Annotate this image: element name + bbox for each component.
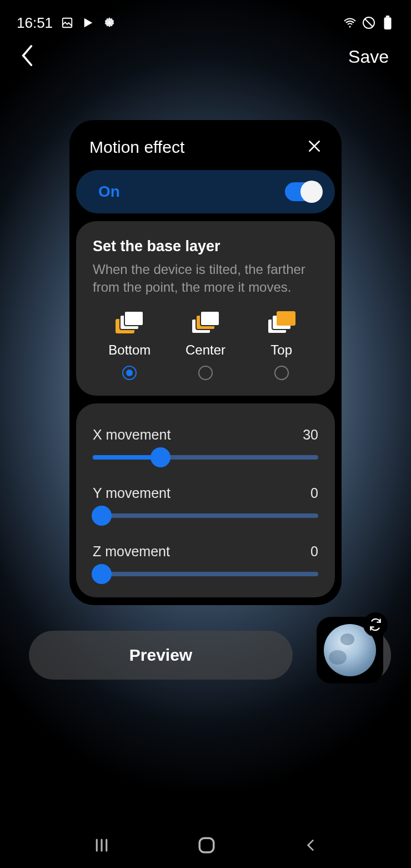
motion-toggle-row[interactable]: On xyxy=(76,170,335,213)
slider-y: Y movement 0 xyxy=(93,485,318,518)
slider-z: Z movement 0 xyxy=(93,543,318,576)
layer-center-icon xyxy=(188,309,223,337)
preview-button[interactable]: Preview xyxy=(29,631,293,680)
nav-home-button[interactable] xyxy=(197,836,216,857)
layer-option-center[interactable]: Center xyxy=(169,309,243,380)
base-layer-desc: When the device is tilted, the farther f… xyxy=(93,261,318,297)
radio-center[interactable] xyxy=(198,366,213,380)
navigation-bar xyxy=(0,836,411,857)
battery-icon xyxy=(381,16,394,29)
layer-label: Top xyxy=(270,342,292,358)
svg-rect-14 xyxy=(277,311,295,326)
layer-option-top[interactable]: Top xyxy=(244,309,318,380)
play-store-icon xyxy=(82,16,95,29)
slider-value: 0 xyxy=(310,543,318,560)
base-layer-section: Set the base layer When the device is ti… xyxy=(76,221,335,396)
radio-top[interactable] xyxy=(274,366,289,380)
slider-label: X movement xyxy=(93,427,171,443)
svg-rect-4 xyxy=(384,17,392,29)
svg-rect-5 xyxy=(386,16,390,17)
slider-label: Z movement xyxy=(93,543,170,560)
slider-value: 30 xyxy=(303,427,318,443)
slider-value: 0 xyxy=(310,485,318,501)
layer-option-bottom[interactable]: Bottom xyxy=(93,309,167,380)
status-bar: 16:51 xyxy=(0,0,411,33)
refresh-icon xyxy=(368,617,383,632)
radio-bottom[interactable] xyxy=(122,366,137,380)
svg-rect-8 xyxy=(124,311,143,326)
slider-x: X movement 30 xyxy=(93,427,318,460)
header-bar: Save xyxy=(0,33,411,76)
slider-y-track[interactable] xyxy=(93,513,318,518)
no-sim-icon xyxy=(362,16,375,29)
layer-label: Center xyxy=(186,342,225,358)
card-title: Motion effect xyxy=(89,138,184,157)
nav-recents-button[interactable] xyxy=(93,837,110,856)
layer-top-icon xyxy=(264,309,299,337)
refresh-badge[interactable] xyxy=(363,612,388,637)
svg-rect-17 xyxy=(199,838,214,852)
preview-thumbnail[interactable] xyxy=(317,617,383,684)
wifi-icon xyxy=(343,16,357,29)
back-button[interactable] xyxy=(19,43,36,70)
motion-effect-card: Motion effect On Set the base layer When… xyxy=(69,120,342,605)
movement-section: X movement 30 Y movement 0 Z movement 0 xyxy=(76,403,335,597)
slider-label: Y movement xyxy=(93,485,171,501)
motion-toggle-switch[interactable] xyxy=(285,182,322,201)
slider-x-track[interactable] xyxy=(93,455,318,460)
layer-bottom-icon xyxy=(112,309,147,337)
status-time: 16:51 xyxy=(17,14,53,32)
base-layer-title: Set the base layer xyxy=(93,238,318,255)
svg-point-2 xyxy=(349,26,351,28)
slider-z-track[interactable] xyxy=(93,572,318,576)
image-icon xyxy=(61,16,74,29)
layer-label: Bottom xyxy=(108,342,151,358)
svg-rect-11 xyxy=(201,311,219,326)
toggle-label: On xyxy=(98,183,120,201)
save-button[interactable]: Save xyxy=(348,47,389,67)
gear-icon xyxy=(103,16,116,29)
close-button[interactable] xyxy=(307,139,322,156)
nav-back-button[interactable] xyxy=(303,837,318,856)
